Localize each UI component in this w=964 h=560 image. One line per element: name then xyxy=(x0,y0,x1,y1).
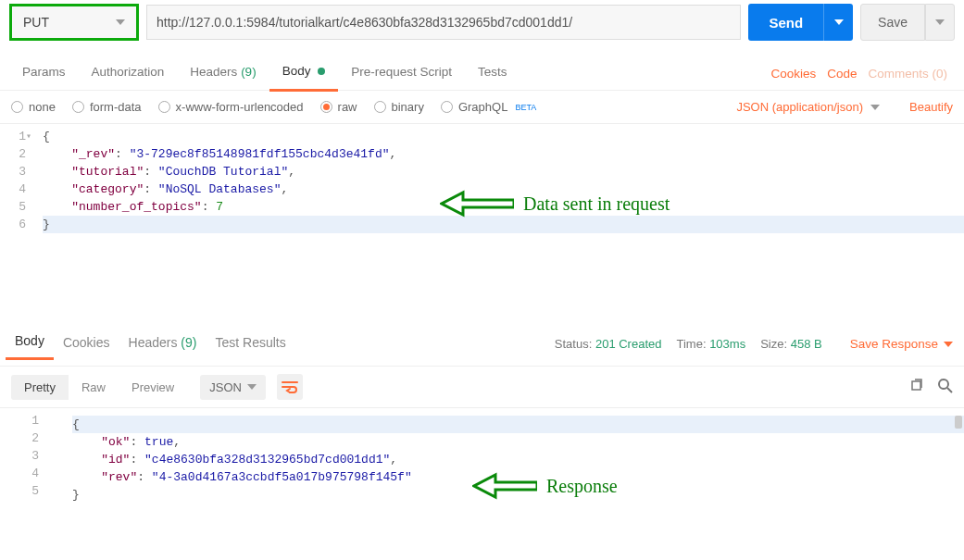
cookies-link[interactable]: Cookies xyxy=(770,67,816,81)
body-type-row: none form-data x-www-form-urlencoded raw… xyxy=(0,91,964,124)
tab-body-label: Body xyxy=(282,64,311,78)
radio-icon xyxy=(320,101,332,113)
content-type-select[interactable]: JSON (application/json) xyxy=(736,100,880,114)
view-raw[interactable]: Raw xyxy=(69,375,119,400)
comments-link[interactable]: Comments (0) xyxy=(868,67,947,81)
response-tab-cookies[interactable]: Cookies xyxy=(54,330,119,359)
body-type-binary[interactable]: binary xyxy=(374,100,424,114)
search-icon[interactable] xyxy=(937,378,953,396)
tab-headers[interactable]: Headers (9) xyxy=(177,57,269,90)
tab-headers-count: (9) xyxy=(241,65,257,79)
status-value: 201 Created xyxy=(595,337,662,351)
time-value: 103ms xyxy=(709,337,745,351)
request-bar: PUT Send Save xyxy=(0,0,964,44)
request-right-links: Cookies Code Comments (0) xyxy=(770,67,955,81)
chevron-down-icon xyxy=(116,19,125,25)
send-dropdown-button[interactable] xyxy=(823,4,853,41)
code-link[interactable]: Code xyxy=(827,67,857,81)
chevron-down-icon xyxy=(935,19,945,25)
chevron-down-icon xyxy=(247,384,257,390)
gutter: 1 2 3 4 5 xyxy=(0,412,48,500)
http-method-select[interactable]: PUT xyxy=(9,4,139,41)
send-button[interactable]: Send xyxy=(748,4,823,41)
response-tab-test-results[interactable]: Test Results xyxy=(206,330,294,359)
tab-body[interactable]: Body xyxy=(269,56,339,92)
body-type-form-data[interactable]: form-data xyxy=(72,100,142,114)
radio-icon xyxy=(158,101,170,113)
request-body-editor[interactable]: ▾ 1 2 3 4 5 6 { "_rev": "3-729ec8f851489… xyxy=(0,124,964,318)
response-tab-body[interactable]: Body xyxy=(6,328,54,360)
svg-rect-0 xyxy=(912,381,920,390)
chevron-down-icon xyxy=(944,342,953,347)
response-tab-headers[interactable]: Headers (9) xyxy=(119,330,207,359)
size-value: 458 B xyxy=(791,337,822,351)
send-button-group: Send xyxy=(748,4,853,41)
wrap-lines-button[interactable] xyxy=(277,374,303,400)
radio-icon xyxy=(72,101,84,113)
radio-icon xyxy=(11,101,23,113)
response-format-select[interactable]: JSON xyxy=(200,375,266,400)
tab-authorization[interactable]: Authorization xyxy=(79,57,178,90)
scrollbar[interactable] xyxy=(955,416,962,429)
chevron-down-icon xyxy=(870,105,880,110)
view-mode-segment: Pretty Raw Preview xyxy=(11,375,187,400)
save-button[interactable]: Save xyxy=(860,4,925,41)
chevron-down-icon xyxy=(834,19,844,25)
body-type-raw[interactable]: raw xyxy=(320,100,357,114)
code-lines: { "_rev": "3-729ec8f85148981fdf155cbc4d3… xyxy=(0,128,964,233)
tab-headers-label: Headers xyxy=(190,65,237,79)
radio-icon xyxy=(374,101,386,113)
request-tabs: Params Authorization Headers (9) Body Pr… xyxy=(0,44,964,91)
beta-badge: BETA xyxy=(515,103,536,112)
beautify-link[interactable]: Beautify xyxy=(909,100,953,114)
url-input[interactable] xyxy=(146,5,741,40)
view-pretty[interactable]: Pretty xyxy=(11,375,69,400)
body-type-graphql[interactable]: GraphQLBETA xyxy=(441,100,536,114)
copy-icon[interactable] xyxy=(909,379,924,396)
tab-prerequest[interactable]: Pre-request Script xyxy=(338,57,465,90)
response-body-editor[interactable]: 1 2 3 4 5 { "ok": true, "id": "c4e8630bf… xyxy=(0,408,964,529)
response-body: 1 2 3 4 5 { "ok": true, "id": "c4e8630bf… xyxy=(0,408,964,529)
tab-tests[interactable]: Tests xyxy=(465,57,520,90)
response-header: Body Cookies Headers (9) Test Results St… xyxy=(0,318,964,366)
body-type-none[interactable]: none xyxy=(11,100,56,114)
body-type-x-www[interactable]: x-www-form-urlencoded xyxy=(158,100,304,114)
http-method-value: PUT xyxy=(23,15,49,30)
response-status-line: Status: 201 Created Time: 103ms Size: 45… xyxy=(555,337,953,351)
tab-params[interactable]: Params xyxy=(9,57,79,90)
code-lines: { "ok": true, "id": "c4e8630bfa328d31329… xyxy=(0,416,964,504)
response-toolbar: Pretty Raw Preview JSON xyxy=(0,366,964,408)
svg-point-1 xyxy=(939,380,948,389)
radio-icon xyxy=(441,101,453,113)
view-preview[interactable]: Preview xyxy=(119,375,187,400)
save-dropdown-button[interactable] xyxy=(925,4,955,41)
gutter: 1 2 3 4 5 6 xyxy=(0,128,35,233)
body-indicator-icon xyxy=(318,68,325,75)
save-response-link[interactable]: Save Response xyxy=(850,337,953,351)
save-button-group: Save xyxy=(860,4,955,41)
